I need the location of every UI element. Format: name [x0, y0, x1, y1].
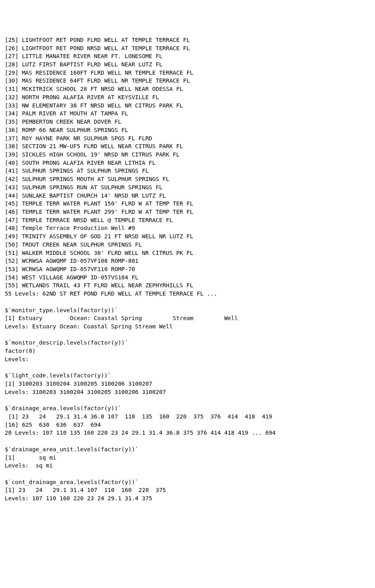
- r-console-output: [25] LIGHTFOOT RET POND FLRD WELL AT TEM…: [5, 36, 370, 503]
